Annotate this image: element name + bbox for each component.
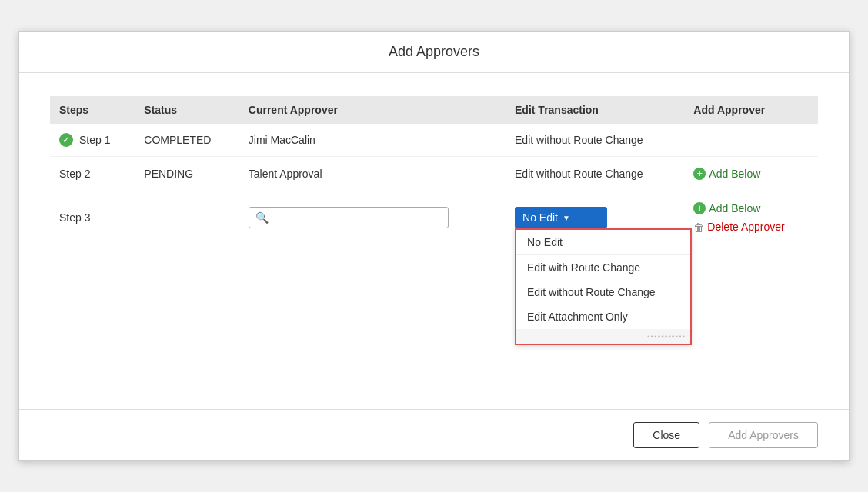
close-button[interactable]: Close: [633, 422, 699, 448]
step3-dropdown-wrapper: No Edit ▼ No Edit Edit with Route Change: [515, 207, 607, 228]
step3-approver-actions: + Add Below 🗑 Delete Approver: [693, 201, 809, 234]
step3-edit-dropdown-menu: No Edit Edit with Route Change Edit with…: [515, 228, 692, 345]
table-row: Step 3 🔍 No Edit: [50, 191, 818, 244]
table-row: ✓ Step 1 COMPLETED Jimi MacCalin Edit wi…: [50, 124, 818, 157]
col-header-steps: Steps: [50, 96, 135, 124]
dropdown-scrollbar-hint: ▪▪▪▪▪▪▪▪▪▪▪: [516, 329, 690, 344]
step2-edit-transaction: Edit without Route Change: [506, 157, 684, 191]
step3-delete-label: Delete Approver: [707, 221, 784, 233]
col-header-status: Status: [135, 96, 239, 124]
chevron-down-icon: ▼: [563, 214, 570, 222]
dropdown-item-edit-with-route[interactable]: Edit with Route Change: [516, 255, 690, 280]
step3-status: [135, 191, 239, 244]
dialog-footer: Close Add Approvers: [19, 409, 849, 460]
step3-edit-transaction-cell: No Edit ▼ No Edit Edit with Route Change: [506, 191, 684, 244]
step2-add-below-label: Add Below: [709, 168, 760, 180]
step3-search-box[interactable]: 🔍: [249, 207, 449, 228]
search-icon: 🔍: [255, 211, 269, 224]
table-row: Step 2 PENDING Talent Approval Edit with…: [50, 157, 818, 191]
step2-add-below-button[interactable]: + Add Below: [693, 166, 760, 181]
step1-cell: ✓ Step 1: [50, 124, 135, 157]
dialog-body: Steps Status Current Approver Edit Trans…: [19, 73, 849, 409]
col-header-approver: Current Approver: [239, 96, 506, 124]
dropdown-item-edit-attachment-only[interactable]: Edit Attachment Only: [516, 304, 690, 329]
scrollbar-dots: ▪▪▪▪▪▪▪▪▪▪▪: [647, 332, 686, 341]
step3-delete-approver-button[interactable]: 🗑 Delete Approver: [693, 219, 809, 234]
step3-add-below-label: Add Below: [709, 202, 760, 214]
step2-add-approver-cell: + Add Below: [684, 157, 818, 191]
approvers-table: Steps Status Current Approver Edit Trans…: [50, 96, 818, 244]
step2-status: PENDING: [135, 157, 239, 191]
step2-cell: Step 2: [50, 157, 135, 191]
dialog-title: Add Approvers: [19, 32, 849, 73]
add-approvers-button[interactable]: Add Approvers: [709, 422, 818, 448]
step2-approver: Talent Approval: [239, 157, 506, 191]
step3-cell: Step 3: [50, 191, 135, 244]
plus-circle-icon: +: [693, 168, 706, 180]
step1-add-approver: [684, 124, 818, 157]
step2-label: Step 2: [59, 168, 90, 180]
step1-edit-transaction: Edit without Route Change: [506, 124, 684, 157]
trash-icon: 🗑: [693, 221, 704, 232]
step3-add-below-button[interactable]: + Add Below: [693, 201, 809, 216]
add-approvers-dialog: Add Approvers Steps Status Current Appro…: [18, 31, 850, 461]
plus-circle-icon: +: [693, 202, 706, 214]
dropdown-item-edit-without-route[interactable]: Edit without Route Change: [516, 280, 690, 304]
dropdown-item-no-edit[interactable]: No Edit: [516, 230, 690, 255]
dropdown-selected-label: No Edit: [522, 211, 558, 224]
col-header-add: Add Approver: [684, 96, 818, 124]
step3-search-input[interactable]: [272, 211, 442, 224]
col-header-edit: Edit Transaction: [506, 96, 684, 124]
step3-edit-dropdown-button[interactable]: No Edit ▼: [515, 207, 607, 228]
step3-add-approver-cell: + Add Below 🗑 Delete Approver: [684, 191, 818, 244]
step3-label: Step 3: [59, 211, 90, 224]
step1-label: Step 1: [79, 134, 110, 146]
step1-approver: Jimi MacCalin: [239, 124, 506, 157]
step3-approver-input-cell: 🔍: [239, 191, 506, 244]
completed-check-icon: ✓: [59, 133, 73, 147]
step1-status: COMPLETED: [135, 124, 239, 157]
